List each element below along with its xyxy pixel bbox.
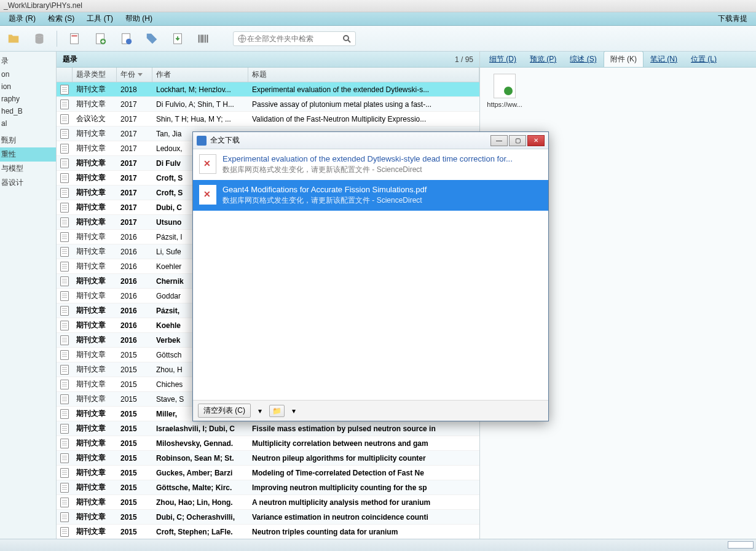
sidebar-item[interactable]: al <box>0 117 56 130</box>
cell-year: 2015 <box>117 469 152 477</box>
table-row[interactable]: 期刊文章2015Zhou, Hao; Lin, Hong.A neutron m… <box>57 495 479 510</box>
document-icon <box>60 291 69 301</box>
document-icon <box>60 394 69 404</box>
tool-tag-icon[interactable] <box>143 30 160 47</box>
sidebar-item[interactable]: 重性 <box>0 147 56 162</box>
cell-title: A neutron multiplicity analysis method f… <box>248 498 479 507</box>
dropdown-icon-2[interactable]: ▾ <box>292 407 296 415</box>
detail-tab[interactable]: 笔记 (N) <box>644 51 684 67</box>
cell-type: 期刊文章 <box>73 423 117 434</box>
detail-tab[interactable]: 综述 (S) <box>563 51 603 67</box>
download-status: 数据库网页格式发生变化，请更新该配置文件 - ScienceDirect <box>222 165 542 175</box>
svg-point-0 <box>36 33 44 37</box>
cell-author: Israelashvili, I; Dubi, C <box>152 424 248 433</box>
tool-folder-icon[interactable] <box>5 30 22 47</box>
menu-download[interactable]: 下载青提 <box>712 12 754 25</box>
sidebar-item[interactable]: ion <box>0 80 56 93</box>
table-row[interactable]: 期刊文章2015Israelashvili, I; Dubi, CFissile… <box>57 421 479 436</box>
cell-type: 期刊文章 <box>73 438 117 448</box>
search-icon[interactable] <box>342 34 352 44</box>
tool-doc-red-icon[interactable] <box>66 30 83 47</box>
col-title[interactable]: 标题 <box>248 68 479 82</box>
col-author[interactable]: 作者 <box>152 68 248 82</box>
detail-tab[interactable]: 附件 (K) <box>604 51 644 67</box>
table-row[interactable]: 期刊文章2015Guckes, Amber; BarziModeling of … <box>57 466 479 480</box>
document-icon <box>60 527 69 537</box>
cell-type: 期刊文章 <box>73 512 117 522</box>
minimize-button[interactable]: — <box>490 135 508 146</box>
document-icon <box>60 409 69 419</box>
tool-doc-link-icon[interactable] <box>117 30 135 47</box>
tool-doc-add-icon[interactable] <box>92 30 109 47</box>
cell-year: 2015 <box>117 410 152 418</box>
menu-records[interactable]: 题录 (R) <box>2 12 42 25</box>
cell-year: 2016 <box>117 277 152 286</box>
sidebar-item[interactable]: 甄别 <box>0 133 56 147</box>
sidebar-item[interactable]: hed_B <box>0 105 56 117</box>
download-item[interactable]: Experimental evaluation of the extended … <box>193 149 548 180</box>
col-year[interactable]: 年份 <box>117 68 152 82</box>
pane-title: 题录 <box>63 54 455 64</box>
cell-type: 期刊文章 <box>73 305 117 316</box>
detail-tab[interactable]: 细节 (D) <box>482 51 523 67</box>
sidebar-item[interactable]: 与模型 <box>0 162 56 176</box>
document-icon <box>60 512 69 522</box>
dialog-body: Experimental evaluation of the extended … <box>193 149 548 400</box>
table-row[interactable]: 会议论文2017Shin, T H; Hua, M Y; ...Validati… <box>57 112 479 127</box>
clear-list-button[interactable]: 清空列表 (C) <box>198 404 251 418</box>
table-row[interactable]: 期刊文章2015Robinson, Sean M; St.Neutron pil… <box>57 451 479 466</box>
sidebar-item[interactable]: 器设计 <box>0 176 56 190</box>
cell-year: 2016 <box>117 336 152 345</box>
document-icon <box>60 306 69 316</box>
cell-year: 2017 <box>117 144 152 153</box>
search-input[interactable] <box>247 34 342 43</box>
menu-search[interactable]: 检索 (S) <box>42 12 81 25</box>
col-type[interactable]: 题录类型 <box>73 68 117 82</box>
cell-year: 2017 <box>117 218 152 227</box>
table-row[interactable]: 期刊文章2015Croft, Stephen; LaFle.Neutron tr… <box>57 525 479 539</box>
detail-tab[interactable]: 位置 (L) <box>684 51 723 67</box>
dialog-titlebar[interactable]: 全文下载 — ▢ ✕ <box>193 132 548 149</box>
sidebar-item[interactable]: 录 <box>0 54 56 68</box>
tool-db-icon[interactable] <box>31 30 48 47</box>
cell-type: 期刊文章 <box>73 187 117 198</box>
attachment-item[interactable]: https://ww... <box>486 74 523 108</box>
grid-header: 题录类型 年份 作者 标题 <box>57 68 479 82</box>
table-row[interactable]: 期刊文章2018Lockhart, M; Henzlov...Experimen… <box>57 82 479 97</box>
download-title: Geant4 Modifications for Accurate Fissio… <box>222 185 542 194</box>
download-item[interactable]: Geant4 Modifications for Accurate Fissio… <box>193 180 548 211</box>
dropdown-icon[interactable]: ▾ <box>258 407 262 415</box>
close-button[interactable]: ✕ <box>527 135 545 146</box>
pdf-error-icon <box>199 154 216 174</box>
table-row[interactable]: 期刊文章2015Göttsche, Malte; Kirc.Improving … <box>57 480 479 495</box>
search-box[interactable] <box>233 31 356 46</box>
sidebar-item[interactable]: raphy <box>0 93 56 105</box>
document-icon <box>60 203 69 213</box>
cell-type: 期刊文章 <box>73 467 117 478</box>
title-bar: _Work\Library\PHYs.nel <box>0 0 756 12</box>
table-row[interactable]: 期刊文章2015Dubi, C; Ocherashvilli,Variance … <box>57 510 479 525</box>
cell-type: 期刊文章 <box>73 246 117 257</box>
cell-year: 2016 <box>117 248 152 256</box>
table-row[interactable]: 期刊文章2017Di Fulvio, A; Shin, T H...Passiv… <box>57 97 479 112</box>
cell-type: 期刊文章 <box>73 128 117 139</box>
cell-title: Passive assay of plutonium metal plates … <box>248 100 479 109</box>
sidebar-item[interactable]: on <box>0 68 56 80</box>
cell-year: 2015 <box>117 498 152 507</box>
cell-type: 期刊文章 <box>73 379 117 389</box>
col-icon[interactable] <box>57 68 73 82</box>
table-row[interactable]: 期刊文章2015Miloshevsky, Gennad.Multiplicity… <box>57 436 479 451</box>
folder-button[interactable]: 📁 <box>269 405 285 417</box>
sidebar: 录onionraphyhed_Bal甄别重性与模型器设计 <box>0 52 57 539</box>
menu-tools[interactable]: 工具 (T) <box>81 12 119 25</box>
tool-barcode-icon[interactable] <box>195 30 212 47</box>
tool-import-icon[interactable] <box>169 30 186 47</box>
cell-title: Variance estimation in neutron coinciden… <box>248 513 479 522</box>
detail-tab[interactable]: 预览 (P) <box>523 51 563 67</box>
cell-author: Lockhart, M; Henzlov... <box>152 85 248 94</box>
menu-help[interactable]: 帮助 (H) <box>119 12 159 25</box>
document-icon <box>60 100 69 109</box>
cell-author: Miloshevsky, Gennad. <box>152 439 248 448</box>
maximize-button[interactable]: ▢ <box>509 135 526 146</box>
cell-year: 2015 <box>117 395 152 404</box>
